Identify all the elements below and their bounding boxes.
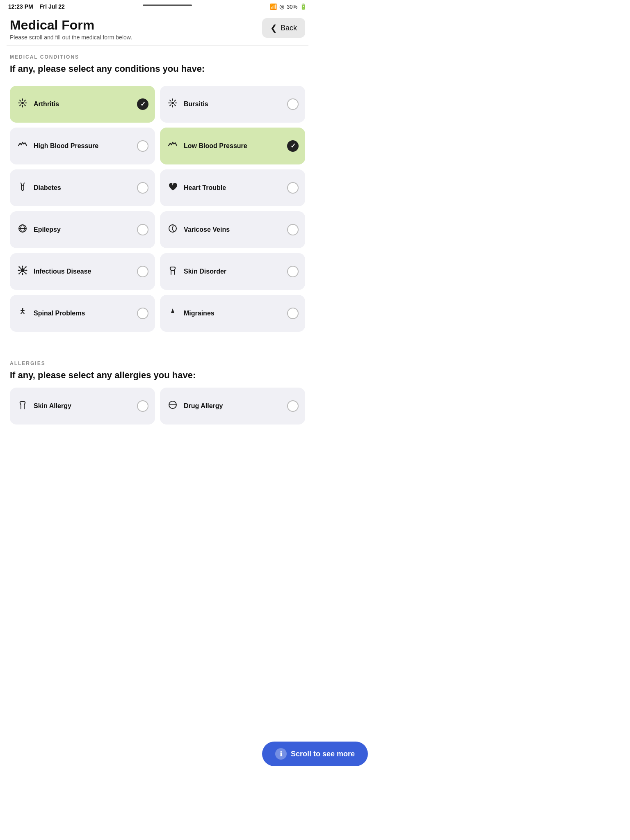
back-label: Back [281,24,297,32]
condition-radio-epilepsy[interactable] [137,224,148,235]
condition-card-spinal-problems[interactable]: Spinal Problems [10,295,155,332]
condition-card-infectious-disease[interactable]: Infectious Disease [10,253,155,290]
drug-allergy-icon [167,400,179,412]
svg-line-5 [20,100,21,101]
svg-line-44 [23,312,24,314]
svg-line-6 [24,105,25,106]
low-blood-pressure-icon [167,140,179,152]
allergy-radio-drug-allergy[interactable] [287,400,299,412]
condition-radio-migraines[interactable] [287,308,299,319]
condition-label-high-blood-pressure: High Blood Pressure [34,142,98,150]
wifi-icon: 📶 [270,3,277,10]
svg-line-15 [174,105,176,106]
condition-radio-diabetes[interactable] [137,182,148,194]
arthritis-icon [16,98,29,110]
svg-point-0 [21,102,24,104]
varicose-veins-icon [167,224,179,236]
allergies-section: ALLERGIES If any, please select any alle… [0,352,315,381]
condition-card-bursitis[interactable]: Bursitis [160,86,305,123]
condition-card-diabetes[interactable]: Diabetes [10,169,155,206]
svg-point-9 [171,102,174,104]
condition-card-varicose-veins[interactable]: Varicose Veins [160,211,305,248]
condition-label-epilepsy: Epilepsy [34,226,61,233]
spinal-problems-icon [16,307,29,320]
svg-point-30 [18,269,19,271]
condition-label-infectious-disease: Infectious Disease [34,268,91,275]
diabetes-icon [16,182,29,194]
condition-card-high-blood-pressure[interactable]: High Blood Pressure [10,128,155,164]
svg-line-8 [20,105,21,106]
migraines-icon [167,307,179,320]
condition-label-spinal-problems: Spinal Problems [34,310,85,317]
allergies-question: If any, please select any allergies you … [10,370,305,381]
svg-point-31 [26,269,27,271]
condition-radio-skin-disorder[interactable] [287,266,299,277]
page-header: Medical Form Please scroll and fill out … [0,11,315,46]
condition-card-low-blood-pressure[interactable]: Low Blood Pressure✓ [160,128,305,164]
svg-line-38 [25,272,25,273]
svg-line-32 [20,267,21,268]
svg-line-7 [24,100,25,101]
condition-radio-infectious-disease[interactable] [137,266,148,277]
svg-point-37 [18,273,20,274]
svg-point-39 [25,273,27,274]
status-date: Fri Jul 22 [39,3,64,10]
bursitis-icon [167,98,179,110]
svg-point-29 [22,274,23,275]
condition-card-skin-disorder[interactable]: Skin Disorder [160,253,305,290]
allergy-card-skin-allergy[interactable]: Skin Allergy [10,388,155,425]
condition-label-bursitis: Bursitis [184,100,208,108]
page-title: Medical Form [10,18,132,32]
condition-radio-varicose-veins[interactable] [287,224,299,235]
condition-label-skin-disorder: Skin Disorder [184,268,226,275]
battery-text: 30% [287,4,297,10]
epilepsy-icon [16,224,29,236]
condition-radio-spinal-problems[interactable] [137,308,148,319]
svg-point-35 [25,266,27,267]
medical-conditions-question: If any, please select any conditions you… [10,63,305,75]
svg-point-23 [21,268,25,272]
svg-marker-46 [171,308,174,313]
allergy-radio-skin-allergy[interactable] [137,400,148,412]
back-button[interactable]: ❮ Back [262,18,305,38]
condition-radio-arthritis[interactable]: ✓ [137,98,148,110]
condition-label-migraines: Migraines [184,310,215,317]
skin-disorder-icon [167,265,179,278]
status-icons: 📶 ◎ 30% 🔋 [270,3,307,10]
drag-handle [143,5,192,6]
condition-card-arthritis[interactable]: Arthritis✓ [10,86,155,123]
svg-line-34 [25,267,25,268]
status-bar: 12:23 PM Fri Jul 22 📶 ◎ 30% 🔋 [0,0,315,11]
status-time: 12:23 PM [8,3,33,10]
heart-trouble-icon [167,182,179,194]
allergy-label-drug-allergy: Drug Allergy [184,402,223,410]
medical-conditions-label: MEDICAL CONDITIONS [10,54,305,60]
svg-point-28 [22,265,23,267]
header-text: Medical Form Please scroll and fill out … [10,18,132,41]
svg-point-22 [169,225,176,232]
condition-radio-low-blood-pressure[interactable]: ✓ [287,140,299,152]
high-blood-pressure-icon [16,140,29,152]
allergies-grid: Skin AllergyDrug Allergy [0,388,315,425]
conditions-grid: Arthritis✓BursitisHigh Blood PressureLow… [0,86,315,332]
condition-radio-heart-trouble[interactable] [287,182,299,194]
allergy-card-drug-allergy[interactable]: Drug Allergy [160,388,305,425]
battery-icon: 🔋 [300,3,307,10]
condition-radio-bursitis[interactable] [287,98,299,110]
allergy-label-skin-allergy: Skin Allergy [34,402,71,410]
condition-card-migraines[interactable]: Migraines [160,295,305,332]
condition-radio-high-blood-pressure[interactable] [137,140,148,152]
svg-line-36 [20,272,21,273]
svg-line-17 [170,105,171,106]
condition-label-low-blood-pressure: Low Blood Pressure [184,142,247,150]
condition-label-diabetes: Diabetes [34,184,61,192]
svg-point-33 [18,266,20,267]
infectious-disease-icon [16,265,29,278]
page-subtitle: Please scroll and fill out the medical f… [10,34,132,41]
chevron-left-icon: ❮ [270,23,277,33]
location-icon: ◎ [279,3,284,10]
condition-card-heart-trouble[interactable]: Heart Trouble [160,169,305,206]
condition-label-arthritis: Arthritis [34,100,59,108]
condition-label-varicose-veins: Varicose Veins [184,226,230,233]
condition-card-epilepsy[interactable]: Epilepsy [10,211,155,248]
